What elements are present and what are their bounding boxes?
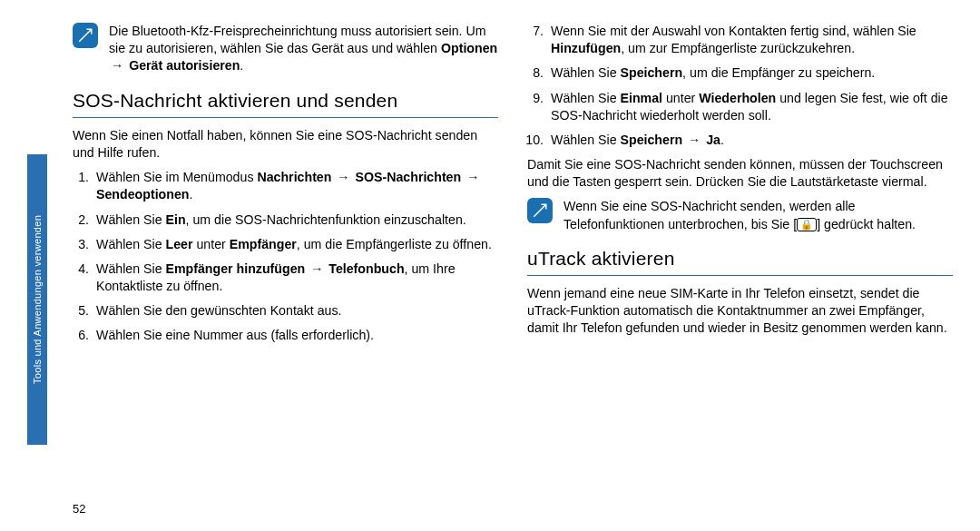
step-5: Wählen Sie den gewünschten Kontakt aus. <box>93 302 498 320</box>
step-4: Wählen Sie Empfänger hinzufügen → Telefo… <box>93 261 498 295</box>
note-icon <box>73 23 98 48</box>
page-number: 52 <box>73 501 85 517</box>
lock-instruction: Damit Sie eine SOS-Nachricht senden könn… <box>527 156 953 191</box>
note-block-1: Die Bluetooth-Kfz-Freisprecheinrichtung … <box>73 23 498 75</box>
heading-rule <box>73 117 498 118</box>
lock-icon: 🔒 <box>797 218 817 231</box>
note-icon <box>527 198 553 223</box>
note-text: Die Bluetooth-Kfz-Freisprecheinrichtung … <box>109 23 498 75</box>
side-tab: Tools und Anwendungen verwenden <box>27 154 47 445</box>
intro-paragraph: Wenn Sie einen Notfall haben, können Sie… <box>73 127 498 162</box>
steps-list-left: Wählen Sie im Menümodus Nachrichten → SO… <box>73 169 498 344</box>
step-2: Wählen Sie Ein, um die SOS-Nachrichtenfu… <box>93 211 498 229</box>
note-block-2: Wenn Sie eine SOS-Nachricht senden, werd… <box>527 198 953 232</box>
step-10: Wählen Sie Speichern → Ja. <box>547 132 953 149</box>
heading-sos: SOS-Nachricht aktivieren und senden <box>73 88 498 113</box>
utrack-paragraph: Wenn jemand eine neue SIM-Karte in Ihr T… <box>527 285 953 338</box>
step-9: Wählen Sie Einmal unter Wiederholen und … <box>547 90 953 124</box>
steps-list-right: Wenn Sie mit der Auswahl von Kontakten f… <box>527 23 953 149</box>
heading-utrack: uTrack aktivieren <box>527 246 953 271</box>
step-8: Wählen Sie Speichern, um die Empfänger z… <box>547 64 953 82</box>
step-3: Wählen Sie Leer unter Empfänger, um die … <box>93 236 498 253</box>
step-7: Wenn Sie mit der Auswahl von Kontakten f… <box>547 23 953 57</box>
heading-rule <box>527 275 953 276</box>
step-6: Wählen Sie eine Nummer aus (falls erford… <box>93 327 498 344</box>
note-text: Wenn Sie eine SOS-Nachricht senden, werd… <box>564 198 953 232</box>
step-1: Wählen Sie im Menümodus Nachrichten → SO… <box>93 169 498 203</box>
right-column: Wenn Sie mit der Auswahl von Kontakten f… <box>527 23 953 513</box>
left-column: Die Bluetooth-Kfz-Freisprecheinrichtung … <box>73 23 498 513</box>
manual-page: Tools und Anwendungen verwenden 52 Die B… <box>0 0 980 531</box>
